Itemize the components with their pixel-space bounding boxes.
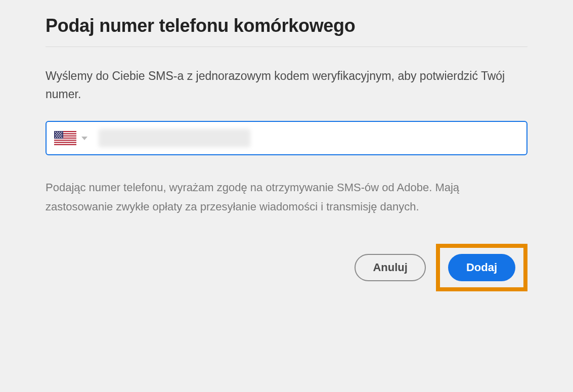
svg-point-17 bbox=[59, 135, 60, 136]
divider bbox=[46, 47, 527, 47]
svg-point-23 bbox=[57, 137, 58, 138]
svg-point-10 bbox=[59, 132, 60, 133]
cancel-button[interactable]: Anuluj bbox=[355, 254, 425, 281]
svg-point-16 bbox=[57, 135, 58, 136]
svg-point-15 bbox=[55, 135, 56, 136]
svg-point-24 bbox=[59, 137, 60, 138]
add-button[interactable]: Dodaj bbox=[448, 254, 515, 281]
svg-point-22 bbox=[55, 137, 56, 138]
svg-point-19 bbox=[56, 136, 57, 137]
us-flag-icon bbox=[54, 131, 76, 145]
svg-point-14 bbox=[60, 133, 61, 134]
add-phone-dialog: Podaj numer telefonu komórkowego Wyślemy… bbox=[0, 0, 573, 307]
svg-point-25 bbox=[61, 137, 62, 138]
svg-rect-4 bbox=[54, 139, 76, 140]
phone-input-field[interactable] bbox=[46, 121, 527, 155]
svg-rect-6 bbox=[54, 143, 76, 144]
dialog-title: Podaj numer telefonu komórkowego bbox=[46, 15, 527, 36]
svg-point-9 bbox=[57, 132, 58, 133]
phone-number-value-redacted bbox=[99, 129, 250, 147]
dialog-description: Wyślemy do Ciebie SMS-a z jednorazowym k… bbox=[46, 67, 527, 103]
country-code-selector[interactable] bbox=[54, 131, 94, 145]
chevron-down-icon bbox=[81, 137, 87, 140]
svg-point-12 bbox=[56, 133, 57, 134]
svg-point-8 bbox=[55, 132, 56, 133]
svg-point-11 bbox=[61, 132, 62, 133]
svg-point-18 bbox=[61, 135, 62, 136]
dialog-actions: Anuluj Dodaj bbox=[46, 244, 527, 291]
svg-point-20 bbox=[58, 136, 59, 137]
add-button-highlight: Dodaj bbox=[436, 244, 527, 291]
consent-text: Podając numer telefonu, wyrażam zgodę na… bbox=[46, 178, 527, 216]
svg-point-21 bbox=[60, 136, 61, 137]
svg-rect-5 bbox=[54, 141, 76, 142]
svg-point-13 bbox=[58, 133, 59, 134]
